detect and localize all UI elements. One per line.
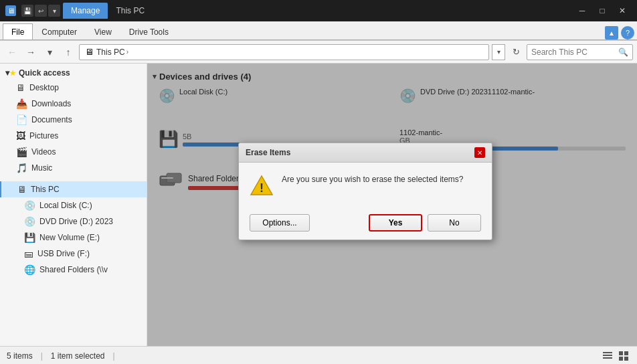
svg-rect-7 — [603, 357, 612, 359]
sidebar-item-desktop-label: Desktop — [29, 83, 59, 92]
pictures-icon: 🖼 — [16, 130, 25, 141]
view-tiles-button[interactable] — [617, 349, 630, 363]
tab-drive-tools[interactable]: Drive Tools — [120, 23, 177, 39]
refresh-button[interactable]: ↻ — [508, 44, 524, 60]
content-area: ▾ Devices and drives (4) 💿 Local Disk (C… — [147, 64, 637, 346]
sidebar-item-dvd-label: DVD Drive (D:) 2023 — [39, 217, 113, 226]
tab-view[interactable]: View — [86, 23, 120, 39]
status-separator-1: | — [41, 351, 43, 361]
sidebar-item-shared-label: Shared Folders (\\v — [39, 265, 108, 274]
main-layout: ▾ ★ Quick access 🖥 Desktop 📥 Downloads 📄… — [0, 64, 637, 346]
undo-quick-btn[interactable]: ↩ — [35, 5, 47, 17]
window-controls: ─ □ ✕ — [573, 4, 632, 17]
modal-message: Are you sure you wish to erase the selec… — [282, 173, 463, 185]
recent-locations-button[interactable]: ▾ — [41, 44, 58, 60]
modal-body: ! Are you sure you wish to erase the sel… — [239, 163, 492, 209]
svg-rect-9 — [624, 351, 628, 355]
window-title: This PC — [116, 6, 145, 15]
sidebar-item-music[interactable]: 🎵 Music — [0, 160, 147, 176]
modal-title: Erase Items — [246, 148, 474, 157]
erase-items-dialog: Erase Items ✕ ! Are you sure you wish to… — [238, 143, 492, 240]
svg-rect-6 — [603, 355, 612, 356]
documents-icon: 📄 — [16, 114, 27, 125]
status-bar: 5 items | 1 item selected | — [0, 346, 637, 364]
sidebar-item-new-volume[interactable]: 💾 New Volume (E:) — [0, 230, 147, 246]
sidebar-item-shared-folders[interactable]: 🌐 Shared Folders (\\v — [0, 262, 147, 278]
usb-drive-icon: 🖴 — [24, 248, 33, 259]
music-icon: 🎵 — [16, 163, 27, 173]
sidebar-item-local-disk-label: Local Disk (C:) — [39, 201, 92, 210]
forward-button[interactable]: → — [23, 44, 39, 60]
svg-rect-10 — [619, 357, 623, 361]
sidebar-item-documents[interactable]: 📄 Documents — [0, 112, 147, 128]
customize-quick-btn[interactable]: ▾ — [48, 5, 60, 17]
this-pc-section: 🖥 This PC 💿 Local Disk (C:) 💿 DVD Drive … — [0, 179, 147, 280]
dvd-drive-icon: 💿 — [24, 216, 35, 227]
sidebar-item-usb-label: USB Drive (F:) — [37, 249, 90, 258]
sidebar-item-downloads-label: Downloads — [31, 99, 71, 108]
status-separator-2: | — [113, 351, 115, 361]
sidebar-item-pictures[interactable]: 🖼 Pictures — [0, 128, 147, 144]
quick-access-toolbar: 💾 ↩ ▾ — [21, 5, 60, 17]
modal-close-button[interactable]: ✕ — [474, 147, 485, 158]
sidebar-item-desktop[interactable]: 🖥 Desktop — [0, 80, 147, 96]
modal-overlay: Erase Items ✕ ! Are you sure you wish to… — [147, 64, 637, 346]
sidebar-item-downloads[interactable]: 📥 Downloads — [0, 96, 147, 112]
desktop-icon: 🖥 — [16, 82, 25, 93]
search-box[interactable]: 🔍 — [527, 44, 633, 60]
up-button[interactable]: ↑ — [60, 44, 76, 60]
sidebar-item-videos-label: Videos — [31, 147, 56, 157]
sidebar-item-documents-label: Documents — [31, 115, 72, 124]
ribbon-tabs: File Computer View Drive Tools ▲ ? — [0, 21, 637, 40]
view-details-button[interactable] — [601, 349, 614, 363]
address-dropdown-btn[interactable]: ▾ — [492, 44, 505, 60]
shared-folders-icon: 🌐 — [24, 264, 35, 275]
back-button[interactable]: ← — [4, 44, 20, 60]
search-input[interactable] — [531, 48, 618, 57]
sidebar-item-pictures-label: Pictures — [29, 131, 58, 141]
svg-rect-8 — [619, 351, 623, 355]
tab-file[interactable]: File — [3, 23, 33, 39]
sidebar-item-music-label: Music — [31, 163, 52, 173]
sidebar-item-this-pc-label: This PC — [31, 185, 60, 194]
options-button[interactable]: Options... — [250, 214, 310, 232]
view-controls — [601, 349, 630, 363]
modal-titlebar: Erase Items ✕ — [239, 143, 492, 163]
sidebar-item-local-disk[interactable]: 💿 Local Disk (C:) — [0, 197, 147, 213]
no-button[interactable]: No — [428, 214, 481, 232]
title-bar: 🖥 💾 ↩ ▾ Manage This PC ─ □ ✕ — [0, 0, 637, 21]
videos-icon: 🎬 — [16, 147, 27, 157]
quick-access-section: ▾ ★ Quick access 🖥 Desktop 📥 Downloads 📄… — [0, 64, 147, 179]
new-volume-icon: 💾 — [24, 232, 35, 243]
help-button[interactable]: ? — [621, 26, 634, 39]
sidebar-item-dvd-drive[interactable]: 💿 DVD Drive (D:) 2023 — [0, 213, 147, 230]
sidebar-item-usb-drive[interactable]: 🖴 USB Drive (F:) — [0, 246, 147, 262]
tab-computer[interactable]: Computer — [33, 23, 86, 39]
quick-access-label: Quick access — [19, 68, 70, 78]
warning-icon: ! — [250, 175, 274, 201]
sidebar-item-videos[interactable]: 🎬 Videos — [0, 144, 147, 160]
tab-manage[interactable]: Manage — [63, 3, 108, 19]
close-button[interactable]: ✕ — [613, 4, 632, 17]
ribbon-collapse-btn[interactable]: ▲ — [605, 26, 618, 39]
app-icon: 🖥 — [5, 5, 16, 16]
this-pc-icon: 🖥 — [17, 184, 27, 195]
minimize-button[interactable]: ─ — [573, 4, 592, 17]
sidebar-item-new-volume-label: New Volume (E:) — [39, 233, 100, 242]
sidebar-item-this-pc[interactable]: 🖥 This PC — [0, 181, 147, 197]
items-count: 5 items — [7, 351, 33, 361]
ribbon: File Computer View Drive Tools ▲ ? — [0, 21, 637, 41]
save-quick-btn[interactable]: 💾 — [21, 5, 33, 17]
address-input[interactable]: 🖥 This PC › — [79, 44, 489, 60]
modal-footer: Options... Yes No — [239, 209, 492, 240]
address-bar: ← → ▾ ↑ 🖥 This PC › ▾ ↻ 🔍 — [0, 41, 637, 64]
search-icon[interactable]: 🔍 — [618, 48, 628, 57]
svg-rect-11 — [624, 357, 628, 361]
breadcrumb: This PC — [96, 48, 125, 57]
selected-count: 1 item selected — [51, 351, 105, 361]
local-disk-icon: 💿 — [24, 200, 35, 211]
yes-button[interactable]: Yes — [369, 214, 422, 232]
quick-access-header[interactable]: ▾ ★ Quick access — [0, 66, 147, 80]
svg-text:!: ! — [260, 181, 264, 195]
maximize-button[interactable]: □ — [593, 4, 612, 17]
